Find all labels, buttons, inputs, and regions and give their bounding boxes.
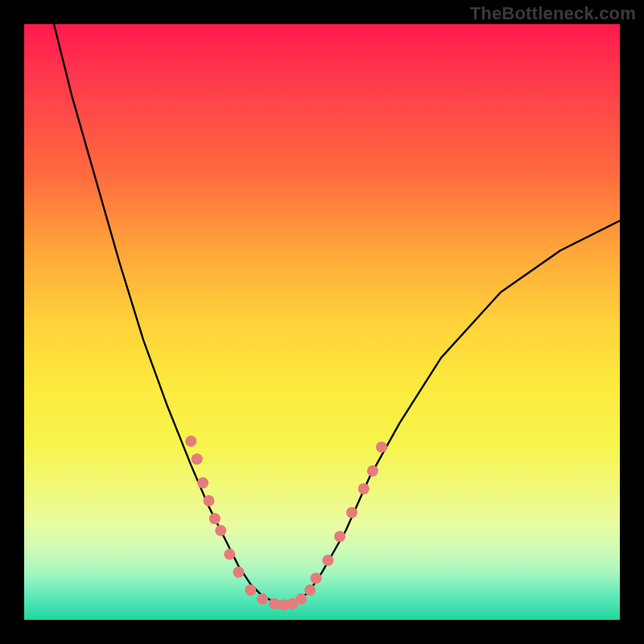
marker-dot [203, 495, 214, 506]
curve-overlay [24, 24, 620, 620]
marker-dot [304, 584, 316, 596]
outer-frame: TheBottleneck.com [0, 0, 644, 644]
marker-dot [257, 593, 268, 605]
marker-dot [311, 572, 322, 584]
marker-group [185, 436, 387, 611]
marker-dot [295, 593, 307, 605]
marker-dot [185, 436, 196, 447]
marker-dot [245, 584, 256, 596]
marker-dot [233, 567, 244, 578]
marker-dot [358, 483, 369, 494]
marker-dot [334, 530, 345, 542]
marker-dot [224, 549, 235, 560]
watermark-label: TheBottleneck.com [470, 3, 636, 24]
plot-area [24, 24, 620, 620]
marker-dot [197, 477, 208, 489]
marker-dot [209, 513, 221, 524]
marker-dot [322, 555, 333, 566]
marker-dot [192, 453, 203, 464]
marker-dot [367, 465, 378, 477]
curve-path [54, 24, 620, 605]
marker-dot [215, 525, 226, 536]
marker-dot [346, 507, 357, 518]
marker-dot [376, 441, 387, 452]
